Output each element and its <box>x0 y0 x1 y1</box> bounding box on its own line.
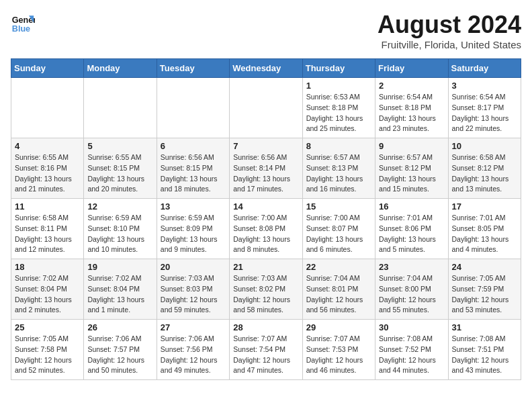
day-number: 3 <box>452 81 517 91</box>
calendar-cell: 9Sunrise: 6:57 AMSunset: 8:12 PMDaylight… <box>375 138 448 199</box>
day-number: 21 <box>233 262 298 272</box>
day-number: 6 <box>161 141 226 151</box>
day-header-friday: Friday <box>375 59 448 78</box>
calendar-cell: 24Sunrise: 7:05 AMSunset: 7:59 PMDayligh… <box>448 259 521 320</box>
day-header-sunday: Sunday <box>11 59 84 78</box>
calendar-cell: 4Sunrise: 6:55 AMSunset: 8:16 PMDaylight… <box>11 138 84 199</box>
cell-info: Sunrise: 6:59 AMSunset: 8:10 PMDaylight:… <box>87 213 152 255</box>
calendar-cell: 8Sunrise: 6:57 AMSunset: 8:13 PMDaylight… <box>302 138 375 199</box>
cell-info: Sunrise: 6:54 AMSunset: 8:18 PMDaylight:… <box>379 92 444 134</box>
day-number: 10 <box>452 141 517 151</box>
day-number: 15 <box>306 201 371 212</box>
title-area: August 2024 Fruitville, Florida, United … <box>378 11 521 50</box>
week-row-4: 18Sunrise: 7:02 AMSunset: 8:04 PMDayligh… <box>11 259 521 320</box>
calendar-cell: 21Sunrise: 7:03 AMSunset: 8:02 PMDayligh… <box>230 259 302 320</box>
cell-info: Sunrise: 6:56 AMSunset: 8:14 PMDaylight:… <box>233 152 298 195</box>
cell-info: Sunrise: 6:53 AMSunset: 8:18 PMDaylight:… <box>306 92 371 134</box>
cell-info: Sunrise: 7:05 AMSunset: 7:59 PMDaylight:… <box>452 273 517 316</box>
day-header-monday: Monday <box>84 59 157 78</box>
calendar-cell: 5Sunrise: 6:55 AMSunset: 8:15 PMDaylight… <box>84 138 157 199</box>
calendar-table: SundayMondayTuesdayWednesdayThursdayFrid… <box>11 58 521 380</box>
location-title: Fruitville, Florida, United States <box>378 39 521 50</box>
cell-info: Sunrise: 7:02 AMSunset: 8:04 PMDaylight:… <box>87 273 152 316</box>
calendar-cell: 22Sunrise: 7:04 AMSunset: 8:01 PMDayligh… <box>302 259 375 320</box>
cell-info: Sunrise: 7:03 AMSunset: 8:02 PMDaylight:… <box>233 273 298 316</box>
day-number: 11 <box>15 201 80 212</box>
day-number: 14 <box>233 201 298 212</box>
day-number: 4 <box>15 141 80 151</box>
calendar-cell: 27Sunrise: 7:06 AMSunset: 7:56 PMDayligh… <box>157 320 229 380</box>
day-number: 19 <box>87 262 152 272</box>
day-number: 24 <box>452 262 517 272</box>
cell-info: Sunrise: 7:08 AMSunset: 7:51 PMDaylight:… <box>452 334 517 376</box>
logo-icon: General Blue <box>11 11 35 35</box>
calendar-cell <box>230 78 302 138</box>
cell-info: Sunrise: 6:59 AMSunset: 8:09 PMDaylight:… <box>161 213 226 255</box>
day-number: 22 <box>306 262 371 272</box>
day-number: 12 <box>87 201 152 212</box>
cell-info: Sunrise: 6:58 AMSunset: 8:12 PMDaylight:… <box>452 152 517 195</box>
page-header: General Blue August 2024 Fruitville, Flo… <box>11 11 521 50</box>
day-number: 23 <box>379 262 444 272</box>
cell-info: Sunrise: 7:02 AMSunset: 8:04 PMDaylight:… <box>15 273 80 316</box>
calendar-cell: 2Sunrise: 6:54 AMSunset: 8:18 PMDaylight… <box>375 78 448 138</box>
cell-info: Sunrise: 7:06 AMSunset: 7:57 PMDaylight:… <box>87 334 152 376</box>
day-header-wednesday: Wednesday <box>230 59 302 78</box>
day-number: 7 <box>233 141 298 151</box>
cell-info: Sunrise: 7:00 AMSunset: 8:07 PMDaylight:… <box>306 213 371 255</box>
calendar-cell: 28Sunrise: 7:07 AMSunset: 7:54 PMDayligh… <box>230 320 302 380</box>
day-number: 13 <box>161 201 226 212</box>
calendar-cell: 15Sunrise: 7:00 AMSunset: 8:07 PMDayligh… <box>302 199 375 259</box>
cell-info: Sunrise: 7:07 AMSunset: 7:54 PMDaylight:… <box>233 334 298 376</box>
day-number: 18 <box>15 262 80 272</box>
day-number: 30 <box>379 322 444 332</box>
calendar-cell: 6Sunrise: 6:56 AMSunset: 8:15 PMDaylight… <box>157 138 229 199</box>
day-number: 31 <box>452 322 517 332</box>
cell-info: Sunrise: 6:56 AMSunset: 8:15 PMDaylight:… <box>161 152 226 195</box>
calendar-cell: 7Sunrise: 6:56 AMSunset: 8:14 PMDaylight… <box>230 138 302 199</box>
calendar-cell: 11Sunrise: 6:58 AMSunset: 8:11 PMDayligh… <box>11 199 84 259</box>
day-number: 9 <box>379 141 444 151</box>
cell-info: Sunrise: 7:03 AMSunset: 8:03 PMDaylight:… <box>161 273 226 316</box>
week-row-1: 1Sunrise: 6:53 AMSunset: 8:18 PMDaylight… <box>11 78 521 138</box>
cell-info: Sunrise: 7:06 AMSunset: 7:56 PMDaylight:… <box>161 334 226 376</box>
day-header-tuesday: Tuesday <box>157 59 229 78</box>
day-number: 26 <box>87 322 152 332</box>
day-number: 27 <box>161 322 226 332</box>
cell-info: Sunrise: 7:08 AMSunset: 7:52 PMDaylight:… <box>379 334 444 376</box>
week-row-3: 11Sunrise: 6:58 AMSunset: 8:11 PMDayligh… <box>11 199 521 259</box>
calendar-cell <box>11 78 84 138</box>
svg-text:Blue: Blue <box>12 24 30 34</box>
calendar-cell: 23Sunrise: 7:04 AMSunset: 8:00 PMDayligh… <box>375 259 448 320</box>
cell-info: Sunrise: 7:05 AMSunset: 7:58 PMDaylight:… <box>15 334 80 376</box>
cell-info: Sunrise: 6:54 AMSunset: 8:17 PMDaylight:… <box>452 92 517 134</box>
calendar-cell: 16Sunrise: 7:01 AMSunset: 8:06 PMDayligh… <box>375 199 448 259</box>
day-number: 25 <box>15 322 80 332</box>
day-number: 28 <box>233 322 298 332</box>
day-number: 1 <box>306 81 371 91</box>
calendar-cell <box>84 78 157 138</box>
calendar-cell: 18Sunrise: 7:02 AMSunset: 8:04 PMDayligh… <box>11 259 84 320</box>
day-number: 2 <box>379 81 444 91</box>
cell-info: Sunrise: 7:01 AMSunset: 8:06 PMDaylight:… <box>379 213 444 255</box>
cell-info: Sunrise: 6:55 AMSunset: 8:16 PMDaylight:… <box>15 152 80 195</box>
cell-info: Sunrise: 6:55 AMSunset: 8:15 PMDaylight:… <box>87 152 152 195</box>
day-number: 29 <box>306 322 371 332</box>
cell-info: Sunrise: 6:57 AMSunset: 8:13 PMDaylight:… <box>306 152 371 195</box>
calendar-cell <box>157 78 229 138</box>
calendar-cell: 31Sunrise: 7:08 AMSunset: 7:51 PMDayligh… <box>448 320 521 380</box>
day-number: 17 <box>452 201 517 212</box>
calendar-cell: 12Sunrise: 6:59 AMSunset: 8:10 PMDayligh… <box>84 199 157 259</box>
cell-info: Sunrise: 7:00 AMSunset: 8:08 PMDaylight:… <box>233 213 298 255</box>
calendar-cell: 1Sunrise: 6:53 AMSunset: 8:18 PMDaylight… <box>302 78 375 138</box>
calendar-cell: 3Sunrise: 6:54 AMSunset: 8:17 PMDaylight… <box>448 78 521 138</box>
calendar-cell: 30Sunrise: 7:08 AMSunset: 7:52 PMDayligh… <box>375 320 448 380</box>
calendar-cell: 29Sunrise: 7:07 AMSunset: 7:53 PMDayligh… <box>302 320 375 380</box>
day-number: 20 <box>161 262 226 272</box>
week-row-2: 4Sunrise: 6:55 AMSunset: 8:16 PMDaylight… <box>11 138 521 199</box>
cell-info: Sunrise: 7:01 AMSunset: 8:05 PMDaylight:… <box>452 213 517 255</box>
logo: General Blue <box>11 11 35 35</box>
cell-info: Sunrise: 6:57 AMSunset: 8:12 PMDaylight:… <box>379 152 444 195</box>
header-row: SundayMondayTuesdayWednesdayThursdayFrid… <box>11 59 521 78</box>
calendar-cell: 14Sunrise: 7:00 AMSunset: 8:08 PMDayligh… <box>230 199 302 259</box>
